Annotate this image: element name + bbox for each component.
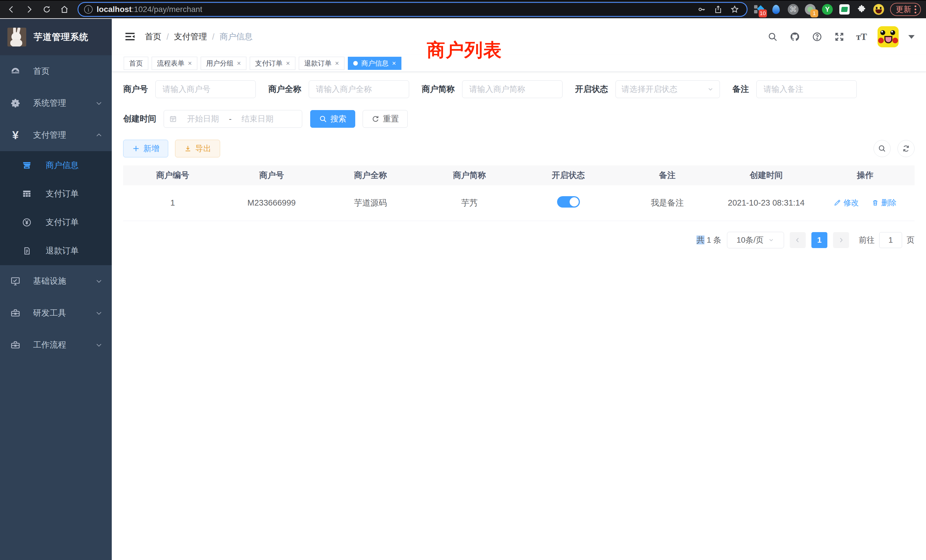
extension-dice-icon[interactable]: 10 [753, 4, 765, 15]
cell-merchant-no: M233666999 [222, 185, 321, 221]
avatar-dropdown-caret-icon[interactable] [908, 35, 915, 39]
collapse-sidebar-icon[interactable] [123, 30, 137, 44]
profile-emoji-icon[interactable] [873, 4, 884, 15]
sidebar-item-home[interactable]: 首页 [0, 55, 112, 87]
remark-input[interactable] [757, 80, 857, 98]
breadcrumb-separator: / [212, 32, 214, 42]
breadcrumb-pay[interactable]: 支付管理 [174, 31, 207, 42]
col-create-time: 创建时间 [717, 165, 816, 185]
breadcrumb-home[interactable]: 首页 [145, 31, 161, 42]
address-bar[interactable]: i localhost:1024/pay/merchant [77, 2, 747, 17]
share-icon[interactable] [712, 3, 725, 16]
logo-rabbit-image [8, 28, 26, 47]
sidebar-item-system[interactable]: 系统管理 [0, 87, 112, 119]
prev-page-button[interactable] [790, 232, 806, 248]
merchant-name-input[interactable] [309, 80, 409, 98]
close-icon[interactable]: × [237, 60, 241, 67]
sidebar-item-workflow[interactable]: 工作流程 [0, 329, 112, 361]
tab-user-group[interactable]: 用户分组 × [201, 57, 246, 70]
reset-button[interactable]: 重置 [363, 110, 408, 128]
sidebar-item-pay[interactable]: ¥ 支付管理 [0, 119, 112, 151]
fullscreen-icon[interactable] [833, 30, 846, 43]
close-icon[interactable]: × [392, 60, 396, 67]
col-remark: 备注 [618, 165, 717, 185]
sidebar-item-dev-tools[interactable]: 研发工具 [0, 297, 112, 329]
add-button[interactable]: 新增 [123, 140, 168, 157]
close-icon[interactable]: × [335, 60, 339, 67]
create-time-range-picker[interactable]: - [163, 110, 302, 128]
remark-label: 备注 [732, 83, 749, 95]
reset-button-label: 重置 [383, 114, 399, 124]
browser-back-button[interactable] [4, 2, 19, 17]
chevron-down-icon [707, 86, 714, 93]
export-button[interactable]: 导出 [175, 140, 220, 157]
extension-y-icon[interactable]: Y [822, 4, 833, 15]
tags-view-bar: 首页 流程表单 × 用户分组 × 支付订单 × 退款订单 × [112, 55, 926, 72]
search-button[interactable]: 搜索 [310, 110, 355, 128]
tab-process-form[interactable]: 流程表单 × [152, 57, 197, 70]
sidebar-item-label: 退款订单 [45, 245, 79, 257]
close-icon[interactable]: × [188, 60, 192, 67]
add-button-label: 新增 [144, 143, 159, 154]
merchant-short-input[interactable] [462, 80, 563, 98]
tab-label: 支付订单 [255, 59, 283, 68]
delete-link-label: 删除 [881, 198, 897, 208]
sidebar-item-label: 研发工具 [33, 307, 95, 319]
tab-pay-order[interactable]: 支付订单 × [250, 57, 295, 70]
refresh-button[interactable] [897, 140, 915, 157]
sidebar-item-pay-order[interactable]: 支付订单 支付订单 支付订单 [0, 208, 112, 237]
extensions-puzzle-icon[interactable] [856, 4, 867, 15]
search-icon[interactable] [766, 30, 779, 43]
browser-forward-button[interactable] [22, 2, 36, 17]
merchant-no-input[interactable] [155, 80, 256, 98]
col-operation: 操作 [816, 165, 915, 185]
help-icon[interactable] [811, 30, 823, 43]
user-avatar[interactable] [878, 26, 899, 47]
col-status: 开启状态 [519, 165, 618, 185]
edit-link[interactable]: 修改 [834, 198, 859, 208]
bookmark-star-icon[interactable] [728, 3, 741, 16]
sidebar-item-merchant-info[interactable]: 商户信息 [0, 151, 112, 180]
total-prefix: 共 [696, 236, 705, 244]
page-size-select[interactable]: 10条/页 [727, 232, 784, 248]
tab-label: 退款订单 [304, 59, 331, 68]
password-key-icon[interactable] [695, 3, 708, 16]
goto-label: 前往 [859, 235, 875, 245]
extension-notes-icon[interactable] [839, 4, 850, 15]
browser-reload-button[interactable] [39, 2, 54, 17]
status-toggle[interactable] [557, 196, 580, 207]
sidebar-item-refund-order[interactable]: 退款订单 [0, 237, 112, 265]
end-date-input[interactable] [236, 114, 279, 123]
goto-page-input[interactable] [879, 232, 902, 248]
tab-refund-order[interactable]: 退款订单 × [299, 57, 344, 70]
start-date-input[interactable] [182, 114, 224, 123]
table-header-row: 商户编号 商户号 商户全称 商户简称 开启状态 备注 创建时间 操作 [123, 165, 915, 185]
briefcase-icon [9, 340, 22, 350]
sidebar-logo[interactable]: 芋道管理系统 [0, 19, 112, 55]
status-select[interactable]: 请选择开启状态 [616, 80, 720, 98]
sidebar-item-infra[interactable]: 基础设施 [0, 265, 112, 297]
github-icon[interactable] [788, 30, 801, 43]
browser-update-button[interactable]: 更新 [890, 3, 921, 16]
chevron-down-icon [95, 100, 103, 107]
close-icon[interactable]: × [286, 60, 290, 67]
tab-merchant-info[interactable]: 商户信息 × [348, 57, 401, 70]
browser-home-button[interactable] [57, 2, 72, 17]
font-size-icon[interactable]: ᴛT [855, 30, 868, 43]
extension-balloon-icon[interactable] [770, 4, 782, 15]
delete-link[interactable]: 删除 [872, 198, 897, 208]
extension-recorder-icon[interactable]: 1 [805, 4, 816, 15]
next-page-button[interactable] [833, 232, 849, 248]
toggle-search-button[interactable] [873, 140, 891, 157]
sidebar-item-label: 商户信息 [45, 160, 79, 171]
cell-merchant-id: 1 [123, 185, 222, 221]
browser-menu-icon[interactable] [915, 5, 916, 14]
sidebar: 芋道管理系统 首页 系统管理 [0, 19, 112, 560]
tab-home[interactable]: 首页 [124, 57, 148, 70]
merchant-table: 商户编号 商户号 商户全称 商户简称 开启状态 备注 创建时间 操作 1 [123, 165, 915, 221]
current-page-button[interactable]: 1 [811, 232, 828, 248]
col-merchant-name: 商户全称 [321, 165, 420, 185]
sidebar-item-app-info[interactable]: 支付订单 [0, 180, 112, 208]
page-info-icon[interactable]: i [84, 5, 93, 14]
extension-command-icon[interactable]: ⌘ [787, 4, 799, 15]
